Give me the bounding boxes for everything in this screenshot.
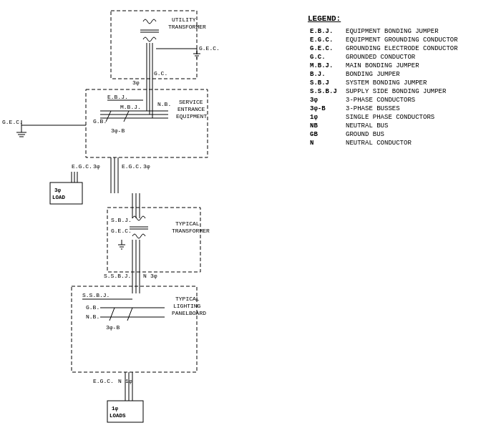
loads-label2: LOADS <box>110 413 126 419</box>
legend-table: E.B.J. EQUIPMENT BONDING JUMPER E.G.C. E… <box>308 27 460 147</box>
service-entrance-label3: EQUIPMENT <box>176 113 207 120</box>
gb2-label: G.B. <box>86 304 99 311</box>
sssbj-panel-label: S.S.B.J. <box>82 292 110 298</box>
nb2-label: N.B. <box>86 313 99 320</box>
diagram-area: text { font-family: 'Courier New', Couri… <box>0 0 301 448</box>
legend-row: G.E.C. GROUNDING ELECTRODE CONDUCTOR <box>308 44 460 53</box>
legend-desc: NEUTRAL CONDUCTOR <box>344 139 460 147</box>
switch2 <box>124 111 129 122</box>
legend-row: S.S.B.J SUPPLY SIDE BONDING JUMPER <box>308 87 460 96</box>
legend-abbr: S.S.B.J <box>308 87 344 96</box>
loads-label1: 1φ <box>112 406 119 412</box>
legend-row: GB GROUND BUS <box>308 130 460 139</box>
3phase-mid: 3φ <box>150 273 157 279</box>
legend-desc: EQUIPMENT BONDING JUMPER <box>344 27 460 36</box>
sssbj-label: S.S.B.J. <box>104 273 131 279</box>
legend-desc: 3-PHASE BUSSES <box>344 104 460 113</box>
legend-desc: MAIN BONDING JUMPER <box>344 62 460 70</box>
utility-transformer-label2: TRANSFORMER <box>168 24 206 30</box>
panel-sw2 <box>127 308 132 321</box>
typical-transformer-label1: TYPICAL <box>175 220 200 227</box>
gec-left-label: G.E.C. <box>2 119 23 125</box>
legend-desc: BONDING JUMPER <box>344 70 460 79</box>
n3-label: N <box>118 378 122 384</box>
transformer-secondary-coil <box>143 37 156 42</box>
legend-row: E.G.C. EQUIPMENT GROUNDING CONDUCTOR <box>308 36 460 44</box>
legend-row: M.B.J. MAIN BONDING JUMPER <box>308 62 460 70</box>
legend-desc: SYSTEM BONDING JUMPER <box>344 79 460 87</box>
legend-abbr: 3φ <box>308 96 344 104</box>
legend-abbr: G.E.C. <box>308 44 344 53</box>
tt-secondary-coil <box>132 234 145 238</box>
legend-abbr: M.B.J. <box>308 62 344 70</box>
3phase-b-label: 3φ-B <box>111 127 125 134</box>
legend-abbr: GB <box>308 130 344 139</box>
panel-sw1 <box>110 308 115 321</box>
gec-tt-label: G.E.C. <box>111 228 132 234</box>
gc-label: G.C. <box>154 70 167 77</box>
tt-primary-coil <box>132 216 145 220</box>
legend-abbr: N <box>308 139 344 147</box>
nb-label: N.B. <box>157 101 171 107</box>
legend-abbr: E.B.J. <box>308 27 344 36</box>
transformer-primary-coil <box>143 19 156 24</box>
lighting-label3: PANELBOARD <box>172 310 206 316</box>
legend-desc: EQUIPMENT GROUNDING CONDUCTOR <box>344 36 460 44</box>
load-label2: LOAD <box>52 195 66 200</box>
3phase-label-top: 3φ <box>132 79 140 86</box>
legend-desc: GROUNDED CONDUCTOR <box>344 53 460 62</box>
legend-abbr: B.J. <box>308 70 344 79</box>
loads-box <box>107 401 143 422</box>
legend-row: 1φ SINGLE PHASE CONDUCTORS <box>308 113 460 122</box>
legend-row: G.C. GROUNDED CONDUCTOR <box>308 53 460 62</box>
egc-label-left: E.G.C. <box>72 163 92 170</box>
legend-abbr: G.C. <box>308 53 344 62</box>
page: text { font-family: 'Courier New', Couri… <box>0 0 501 448</box>
legend-row: 3φ 3-PHASE CONDUCTORS <box>308 96 460 104</box>
legend-desc: GROUND BUS <box>344 130 460 139</box>
switch1 <box>106 111 111 122</box>
3phase-b2-label: 3φ-B <box>106 324 120 331</box>
legend-abbr: E.G.C. <box>308 36 344 44</box>
electrical-diagram: text { font-family: 'Courier New', Couri… <box>0 0 301 448</box>
legend-desc: NEUTRAL BUS <box>344 122 460 130</box>
legend-row: S.B.J SYSTEM BONDING JUMPER <box>308 79 460 87</box>
egc-label-right: E.G.C. <box>122 163 142 170</box>
mbj-label: M.B.J. <box>120 104 141 110</box>
legend-desc: SINGLE PHASE CONDUCTORS <box>344 113 460 122</box>
egc3-label: E.G.C. <box>93 378 114 384</box>
legend-title: LEGEND: <box>308 14 494 23</box>
ebj-label: E.B.J. <box>107 94 128 100</box>
3phase-label-right: 3φ <box>143 163 150 170</box>
1phase-label: 1φ <box>125 378 132 384</box>
legend-abbr: 3φ-B <box>308 104 344 113</box>
gb-label: G.B. <box>93 118 107 125</box>
legend-desc: 3-PHASE CONDUCTORS <box>344 96 460 104</box>
legend-abbr: NB <box>308 122 344 130</box>
legend-desc: SUPPLY SIDE BONDING JUMPER <box>344 87 460 96</box>
lighting-label2: LIGHTING <box>173 303 201 309</box>
legend-desc: GROUNDING ELECTRODE CONDUCTOR <box>344 44 460 53</box>
utility-transformer-label: UTILITY <box>172 16 196 23</box>
n-label-mid: N <box>143 273 147 279</box>
legend-area: LEGEND: E.B.J. EQUIPMENT BONDING JUMPER … <box>301 0 501 448</box>
legend-row: NB NEUTRAL BUS <box>308 122 460 130</box>
typical-transformer-label2: TRANSFORMER <box>172 228 210 234</box>
lighting-label1: TYPICAL <box>175 296 200 302</box>
gec-label-top: G.E.C. <box>199 45 220 52</box>
sbj-label: S.B.J. <box>111 217 132 223</box>
legend-row: N NEUTRAL CONDUCTOR <box>308 139 460 147</box>
legend-row: E.B.J. EQUIPMENT BONDING JUMPER <box>308 27 460 36</box>
load-box <box>50 182 82 204</box>
service-entrance-label2: ENTRANCE <box>177 106 205 112</box>
3phase-label-left: 3φ <box>93 163 100 170</box>
legend-row: 3φ-B 3-PHASE BUSSES <box>308 104 460 113</box>
load-label1: 3φ <box>54 188 62 193</box>
service-entrance-label1: SERVICE <box>179 99 203 105</box>
legend-abbr: S.B.J <box>308 79 344 87</box>
legend-row: B.J. BONDING JUMPER <box>308 70 460 79</box>
legend-abbr: 1φ <box>308 113 344 122</box>
